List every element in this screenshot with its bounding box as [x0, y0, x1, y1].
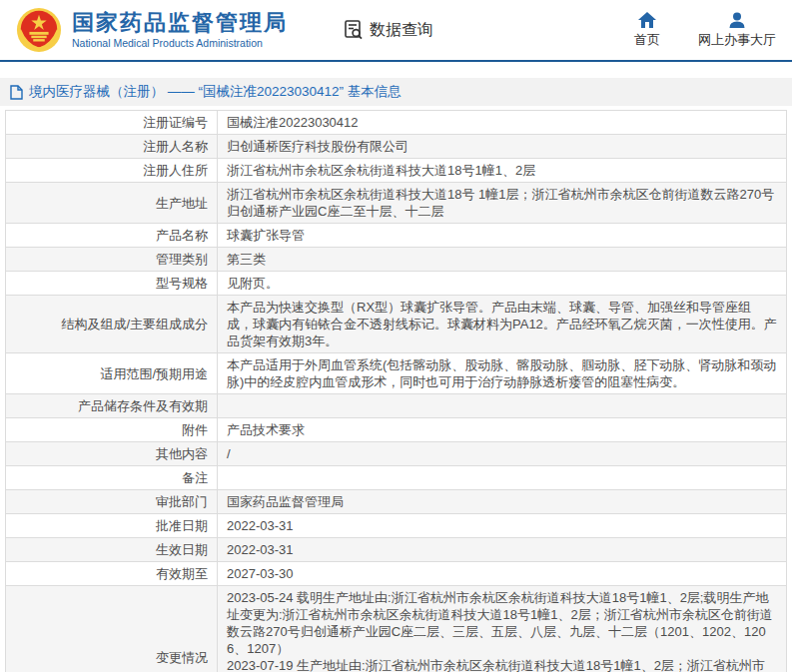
row-label: 适用范围/预期用途	[6, 353, 218, 394]
row-label: 变更情况	[6, 586, 218, 672]
row-value: /	[218, 442, 787, 466]
row-value: 球囊扩张导管	[218, 224, 787, 248]
row-label: 生产地址	[6, 183, 218, 224]
data-query-section[interactable]: 数据查询	[343, 19, 433, 41]
row-label: 注册证编号	[6, 111, 218, 135]
table-row: 变更情况2023-05-24 载明生产地址由:浙江省杭州市余杭区余杭街道科技大道…	[6, 586, 787, 672]
home-icon	[638, 12, 656, 28]
row-value: 2022-03-31	[218, 514, 787, 538]
table-row: 注册证编号国械注准20223030412	[6, 111, 787, 135]
row-value: 国家药品监督管理局	[218, 490, 787, 514]
info-table-body: 注册证编号国械注准20223030412注册人名称归创通桥医疗科技股份有限公司注…	[6, 111, 787, 672]
row-value	[218, 466, 787, 490]
row-value: 2027-03-30	[218, 562, 787, 586]
row-value: 国械注准20223030412	[218, 111, 787, 135]
row-value: 浙江省杭州市余杭区余杭街道科技大道18号1幢1、2层	[218, 159, 787, 183]
row-label: 产品储存条件及有效期	[6, 394, 218, 418]
row-label: 注册人名称	[6, 135, 218, 159]
row-label: 批准日期	[6, 514, 218, 538]
table-row: 生效日期2022-03-31	[6, 538, 787, 562]
table-row: 生产地址浙江省杭州市余杭区余杭街道科技大道18号 1幢1层；浙江省杭州市余杭区仓…	[6, 183, 787, 224]
data-query-icon	[343, 19, 365, 41]
nav-home[interactable]: 首页	[634, 12, 660, 49]
table-row: 适用范围/预期用途本产品适用于外周血管系统(包括髂动脉、股动脉、髂股动脉、腘动脉…	[6, 353, 787, 394]
row-value: 2023-05-24 载明生产地址由:浙江省杭州市余杭区余杭街道科技大道18号1…	[218, 586, 787, 672]
table-row: 其他内容/	[6, 442, 787, 466]
table-row: 型号规格见附页。	[6, 272, 787, 296]
row-label: 注册人住所	[6, 159, 218, 183]
registration-info-table-wrap: 注册证编号国械注准20223030412注册人名称归创通桥医疗科技股份有限公司注…	[0, 106, 792, 672]
nav-online-hall-label: 网上办事大厅	[698, 31, 776, 49]
row-value: 浙江省杭州市余杭区余杭街道科技大道18号 1幢1层；浙江省杭州市余杭区仓前街道数…	[218, 183, 787, 224]
row-value: 2022-03-31	[218, 538, 787, 562]
row-value: 归创通桥医疗科技股份有限公司	[218, 135, 787, 159]
row-label: 产品名称	[6, 224, 218, 248]
national-emblem-logo	[16, 7, 62, 53]
table-row: 产品储存条件及有效期	[6, 394, 787, 418]
table-row: 结构及组成/主要组成成分本产品为快速交换型（RX型）球囊扩张导管。产品由末端、球…	[6, 296, 787, 353]
site-subtitle: National Medical Products Administration	[72, 37, 288, 49]
site-title-block: 国家药品监督管理局 National Medical Products Admi…	[72, 11, 288, 49]
table-row: 产品名称球囊扩张导管	[6, 224, 787, 248]
table-row: 注册人住所浙江省杭州市余杭区余杭街道科技大道18号1幢1、2层	[6, 159, 787, 183]
table-row: 审批部门国家药品监督管理局	[6, 490, 787, 514]
row-value: 见附页。	[218, 272, 787, 296]
row-value	[218, 394, 787, 418]
registration-info-table: 注册证编号国械注准20223030412注册人名称归创通桥医疗科技股份有限公司注…	[5, 110, 787, 672]
row-value: 本产品为快速交换型（RX型）球囊扩张导管。产品由末端、球囊、导管、加强丝和导管座…	[218, 296, 787, 353]
table-row: 管理类别第三类	[6, 248, 787, 272]
row-value: 产品技术要求	[218, 418, 787, 442]
document-icon	[10, 85, 23, 100]
table-row: 备注	[6, 466, 787, 490]
table-row: 附件产品技术要求	[6, 418, 787, 442]
nav-home-label: 首页	[634, 31, 660, 49]
site-title: 国家药品监督管理局	[72, 11, 288, 35]
breadcrumb-text: 境内医疗器械（注册） —— “国械注准20223030412” 基本信息	[29, 83, 401, 101]
row-label: 其他内容	[6, 442, 218, 466]
row-label: 管理类别	[6, 248, 218, 272]
row-value: 本产品适用于外周血管系统(包括髂动脉、股动脉、髂股动脉、腘动脉、胫下动脉、肾动脉…	[218, 353, 787, 394]
table-row: 有效期至2027-03-30	[6, 562, 787, 586]
breadcrumb: 境内医疗器械（注册） —— “国械注准20223030412” 基本信息	[0, 78, 792, 106]
row-label: 有效期至	[6, 562, 218, 586]
row-label: 结构及组成/主要组成成分	[6, 296, 218, 353]
nav-online-hall[interactable]: 网上办事大厅	[698, 12, 776, 49]
data-query-label: 数据查询	[370, 20, 433, 41]
user-icon	[728, 12, 746, 28]
table-row: 注册人名称归创通桥医疗科技股份有限公司	[6, 135, 787, 159]
row-label: 附件	[6, 418, 218, 442]
row-label: 备注	[6, 466, 218, 490]
row-label: 型号规格	[6, 272, 218, 296]
row-label: 审批部门	[6, 490, 218, 514]
header: 国家药品监督管理局 National Medical Products Admi…	[0, 0, 792, 62]
row-value: 第三类	[218, 248, 787, 272]
row-label: 生效日期	[6, 538, 218, 562]
table-row: 批准日期2022-03-31	[6, 514, 787, 538]
